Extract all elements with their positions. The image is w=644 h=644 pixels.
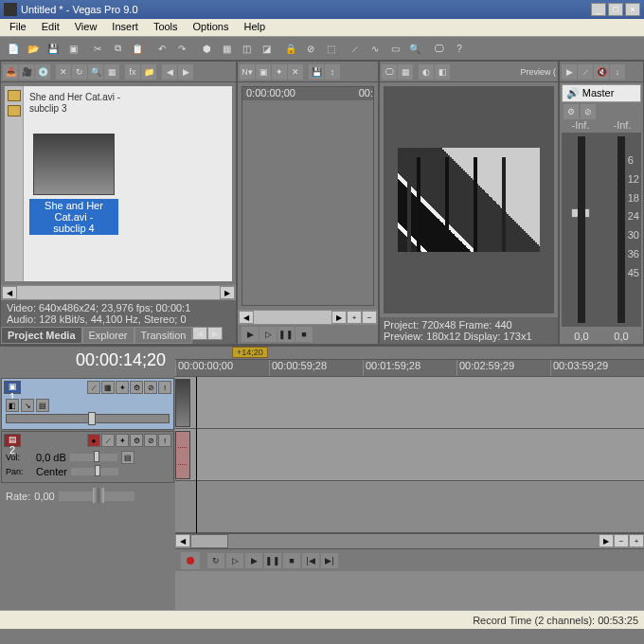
extract-icon[interactable]: 💿 [35,64,50,80]
solo-icon[interactable]: ! [158,381,171,394]
scroll-left-icon[interactable]: ◀ [175,534,190,547]
gotoend-button[interactable]: ▶| [321,553,338,568]
undo-icon[interactable]: ↶ [152,39,171,58]
fx-icon[interactable]: ✦ [272,64,287,80]
rate-slider[interactable] [59,492,134,501]
tab-explorer[interactable]: Explorer [82,327,134,344]
titlebar[interactable]: Untitled * - Vegas Pro 9.0 _ □ × [0,0,644,19]
track-fx-icon[interactable]: ✦ [116,434,129,447]
ignore-icon[interactable]: ⊘ [301,39,320,58]
timeline-tracks[interactable]: +14;20 00:00:00;00 00:00:59;28 00:01:59;… [175,347,644,610]
tab-project-media[interactable]: Project Media [1,327,82,344]
mute-icon[interactable]: ⊘ [144,434,157,447]
playfrom-button[interactable]: ▷ [259,327,277,342]
track-motion-icon[interactable]: ▦ [101,381,115,394]
marker-label[interactable]: +14;20 [232,347,268,358]
video-track-header[interactable]: ▣ 1 ⟋ ▦ ✦ ⚙ ⊘ ! ◧ ↘ ▤ [1,378,174,430]
cut-icon[interactable]: ✂ [88,39,107,58]
level-slider[interactable] [6,414,170,423]
new-icon[interactable]: 📄 [4,39,23,58]
maximize-button[interactable]: □ [608,3,623,16]
zoomout-icon[interactable]: − [614,534,629,547]
lock-icon[interactable]: 🔒 [281,39,300,58]
play-button[interactable]: ▶ [242,327,259,342]
redo-icon[interactable]: ↷ [172,39,191,58]
clip-label[interactable]: She and Her Cat.avi - [29,92,226,103]
overlay-icon[interactable]: ◐ [419,64,434,80]
timeline-ruler[interactable]: 00:00:00;00 00:00:59;28 00:01:59;28 00:0… [175,360,644,377]
playfromstart-button[interactable]: ▷ [226,553,243,568]
comp-mode-icon[interactable]: ▤ [36,399,49,412]
track-number[interactable]: ▤ 2 [4,434,21,447]
fx-icon[interactable]: ⟋ [578,64,593,80]
next-icon[interactable]: ▶ [178,64,193,80]
play-button[interactable]: ▶ [245,553,262,568]
menu-insert[interactable]: Insert [106,19,144,36]
menu-tools[interactable]: Tools [148,19,184,36]
clip-selected[interactable]: She and Her Cat.avi - subclip 4 [29,199,118,235]
scroll-left-icon[interactable]: ◀ [239,311,254,324]
trimmer-timeline[interactable]: 0:00:00;00 00: [242,86,374,306]
snap-icon[interactable]: ⬢ [197,39,216,58]
gotostart-button[interactable]: |◀ [302,553,319,568]
tab-left-icon[interactable]: ◀ [192,327,207,340]
scroll-right-icon[interactable]: ▶ [331,311,347,324]
automation-icon[interactable]: ⚙ [130,434,143,447]
media-list[interactable]: She and Her Cat.avi - subclip 3 She and … [5,86,232,281]
menu-file[interactable]: File [4,19,32,36]
automation-icon[interactable]: ⚙ [130,381,143,394]
arm-record-icon[interactable]: ● [87,434,100,447]
track-fx-icon[interactable]: ✦ [116,381,129,394]
automation-icon[interactable]: ⚙ [564,104,579,119]
show-video-icon[interactable]: ▣ [256,64,271,80]
tab-transitions[interactable]: Transition [134,327,193,344]
clip-thumbnail[interactable] [33,134,115,195]
downmix-icon[interactable]: ↓ [610,64,625,80]
playhead-cursor[interactable] [196,377,197,533]
menu-options[interactable]: Options [188,19,235,36]
menu-help[interactable]: Help [238,19,271,36]
scroll-right-icon[interactable]: ▶ [220,286,235,299]
empty-track-lane[interactable] [175,481,644,533]
save-icon[interactable]: 💾 [44,39,63,58]
insert-bus-icon[interactable]: ▶ [562,64,577,80]
scroll-left-icon[interactable]: ◀ [2,286,17,299]
copy-icon[interactable]: ⧉ [108,39,127,58]
zoom-icon[interactable]: 🔍 [405,39,424,58]
splitscreen-icon[interactable]: ◧ [435,64,450,80]
dim-icon[interactable]: 🔇 [594,64,609,80]
search-icon[interactable]: 🔍 [88,64,103,80]
normal-edit-icon[interactable]: ⬚ [321,39,340,58]
folder-icon[interactable] [8,90,21,101]
make-child-icon[interactable]: ↘ [21,399,34,412]
select-icon[interactable]: ▭ [385,39,404,58]
marker-row[interactable]: +14;20 [175,347,644,360]
zoomin-icon[interactable]: + [347,311,362,324]
compositing-icon[interactable]: ◧ [6,399,19,412]
menu-view[interactable]: View [69,19,103,36]
clip-label-sub[interactable]: subclip 3 [29,103,226,115]
vol-slider[interactable] [70,454,117,461]
pause-button[interactable]: ❚❚ [264,553,281,568]
envelope-icon[interactable]: ∿ [366,39,385,58]
minimize-button[interactable]: _ [591,3,606,16]
autoripple-icon[interactable]: ◪ [257,39,276,58]
close-button[interactable]: × [625,3,640,16]
capture-icon[interactable]: 🎥 [19,64,34,80]
dropdown-icon[interactable]: N▾ [240,64,255,80]
properties-icon[interactable]: ▣ [63,39,82,58]
ext-mon-icon[interactable]: 🖵 [382,64,397,80]
scrollbar-thumb[interactable] [190,534,228,548]
solo-icon[interactable]: ! [158,434,171,447]
refresh-icon[interactable]: ↻ [72,64,87,80]
timecode-display[interactable]: 00:00:14;20 [0,347,175,377]
video-track-lane[interactable] [175,377,644,429]
preview-quality-icon[interactable]: ▦ [398,64,413,80]
bin-icon[interactable]: 📁 [141,64,156,80]
autocross-icon[interactable]: ◫ [237,39,256,58]
remove-icon[interactable]: ✕ [288,64,303,80]
folder-tree[interactable] [5,86,24,281]
pause-button[interactable]: ❚❚ [277,327,295,342]
stop-button[interactable]: ■ [283,553,300,568]
preview-display[interactable] [384,86,554,313]
